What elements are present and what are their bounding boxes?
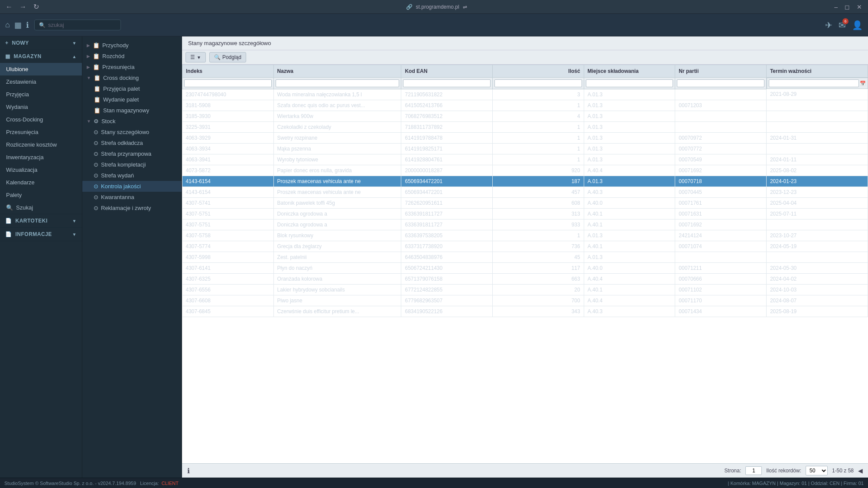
table-row[interactable]: 4307-6141 Płyn do naczyń 6506724211430 1… (182, 262, 868, 273)
tree-item-rozchod[interactable]: ▶ 📋 Rozchód (82, 51, 182, 62)
table-row[interactable]: 4307-6325 Oranżada kolorowa 657137907615… (182, 273, 868, 284)
table-row[interactable]: 4063-3934 Mąka pszenna 6141919825171 1 A… (182, 143, 868, 154)
sidebar-item-cross-docking[interactable]: Cross-Docking (0, 113, 82, 126)
table-row[interactable]: 4143-6154 Proszek maecenas vehicula ante… (182, 176, 868, 187)
sidebar-section-header-magazyn[interactable]: ▦ MAGAZYN ▲ (0, 50, 82, 63)
tree-item-stan-magazynowy[interactable]: 📋 Stan magazynowy (82, 105, 182, 116)
sidebar-item-szukaj[interactable]: 🔍 Szukaj (0, 201, 82, 214)
tree-item-przesunecia[interactable]: ▶ 📋 Przesunięcia (82, 62, 182, 72)
records-select[interactable]: 50 25 100 (806, 466, 828, 475)
sidebar-section-header-kartoteki[interactable]: 📄 KARTOTEKI ▼ (0, 214, 82, 227)
table-row[interactable]: 4307-5758 Blok rysunkowy 6336397538205 1… (182, 230, 868, 241)
calendar-icon[interactable]: 📅 (860, 81, 866, 86)
sidebar-item-przesunecia[interactable]: Przesunięcia (0, 126, 82, 138)
table-row[interactable]: 3185-3930 Wiertarka 900w 7068276983512 4… (182, 111, 868, 121)
tree-item-strefa-odkladcza[interactable]: ⊙ Strefa odkładcza (82, 138, 182, 148)
close-button[interactable]: ✕ (854, 3, 865, 11)
table-row[interactable]: 4063-3929 Swetry rozpinane 6141919788478… (182, 132, 868, 143)
sidebar-item-ulubione[interactable]: Ulubione (0, 63, 82, 75)
tree-item-przychody[interactable]: ▶ 📋 Przychody (82, 40, 182, 51)
layout-icon[interactable]: ▦ (14, 20, 22, 30)
col-termin[interactable]: Termin ważności (766, 65, 868, 78)
table-row[interactable]: 3181-5908 Szafa donec quis odio ac purus… (182, 100, 868, 111)
user-icon[interactable]: 👤 (852, 20, 863, 30)
filter-nazwa[interactable] (276, 79, 400, 87)
filter-termin[interactable] (769, 79, 859, 87)
search-box[interactable]: 🔍 (34, 20, 121, 30)
wydan-label: Strefa wydań (101, 172, 134, 179)
view-button[interactable]: 🔍 Podgląd (209, 52, 246, 62)
cell-partii: 00070772 (675, 143, 767, 154)
sidebar-item-zestawienia[interactable]: Zestawienia (0, 75, 82, 88)
tree-item-strefa-przyrampowa[interactable]: ⊙ Strefa przyrampowa (82, 148, 182, 159)
forward-icon[interactable]: → (17, 2, 29, 12)
filter-partii[interactable] (677, 79, 764, 87)
tree-item-strefa-kompletacji[interactable]: ⊙ Strefa kompletacji (82, 159, 182, 170)
przesunecia-label: Przesunięcia (6, 129, 38, 135)
content-toolbar: ☰ ▼ 🔍 Podgląd (182, 50, 868, 65)
prev-page-icon[interactable]: ◀ (858, 467, 863, 474)
menu-button[interactable]: ☰ ▼ (185, 52, 206, 62)
home-icon[interactable]: ⌂ (5, 20, 10, 29)
tree-item-strefa-wydan[interactable]: ⊙ Strefa wydań (82, 170, 182, 181)
col-nr-partii[interactable]: Nr partii (675, 65, 767, 78)
tree-item-cross-docking[interactable]: ▼ 📋 Cross docking (82, 72, 182, 83)
tree-item-kontrola-jakosci[interactable]: ⊙ Kontrola jakości (82, 181, 182, 192)
table-row[interactable]: 4307-6556 Lakier hybrydowy sobcianails 6… (182, 284, 868, 295)
cross-docking-arrow: ▼ (87, 75, 91, 80)
table-row[interactable]: 4307-5751 Doniczka ogrodowa a 6336391811… (182, 208, 868, 219)
tree-item-przyjecia-palet[interactable]: 📋 Przyjęcia palet (82, 83, 182, 94)
sidebar-section-header-nowy[interactable]: + NOWY ▼ (0, 36, 82, 49)
tree-item-wydanie-palet[interactable]: 📋 Wydanie palet (82, 94, 182, 105)
col-miejsce[interactable]: Miejsce składowania (584, 65, 675, 78)
sidebar-item-kalendarze[interactable]: Kalendarze (0, 176, 82, 189)
sidebar-item-wizualizacja[interactable]: Wizualizacja (0, 164, 82, 176)
filter-miejsce[interactable] (586, 79, 673, 87)
maximize-button[interactable]: ◻ (842, 3, 852, 11)
table-row[interactable]: 4307-5998 Zest. patelnii 6463504838976 4… (182, 252, 868, 262)
page-input[interactable] (745, 466, 762, 475)
sidebar-item-rozliczenie[interactable]: Rozliczenie kosztów (0, 138, 82, 151)
filter-ean[interactable] (403, 79, 491, 87)
table-row[interactable]: 4307-5774 Grecja dla żeglarzy 6337317738… (182, 241, 868, 252)
reload-icon[interactable]: ↻ (31, 2, 41, 12)
minimize-button[interactable]: – (832, 3, 840, 11)
sidebar-item-palety[interactable]: Palety (0, 189, 82, 201)
tree-item-stany-szczegolowo[interactable]: ⊙ Stany szczegółowo (82, 127, 182, 138)
sidebar-item-wydania[interactable]: Wydania (0, 101, 82, 113)
tree-item-stock[interactable]: ▼ ⚙ Stock (82, 116, 182, 127)
info-icon[interactable]: ℹ (26, 20, 29, 30)
notification-icon[interactable]: ✉ 6 (839, 20, 846, 30)
table-row[interactable]: 23074744798040 Woda mineralna nałęczowia… (182, 89, 868, 100)
sidebar-item-przyjecia[interactable]: Przyjęcia (0, 88, 82, 101)
back-icon[interactable]: ← (3, 2, 15, 12)
table-row[interactable]: 4143-6154 Proszek maecenas vehicula ante… (182, 187, 868, 197)
filter-indeks[interactable] (184, 79, 272, 87)
table-row[interactable]: 4063-3941 Wyroby tytoniowe 6141928804761… (182, 154, 868, 165)
license-value[interactable]: CLIENT (162, 481, 179, 486)
col-ilosc[interactable]: Ilość (493, 65, 584, 78)
col-nazwa[interactable]: Nazwa (273, 65, 401, 78)
plane-icon[interactable]: ✈ (825, 20, 832, 30)
table-row[interactable]: 4307-6608 Piwo jasne 6779682963507 700 A… (182, 295, 868, 306)
cell-nazwa: Grecja dla żeglarzy (273, 241, 401, 252)
search-input[interactable] (48, 22, 116, 28)
table-row[interactable]: 4307-6845 Czerwśnie duis efficitur preti… (182, 306, 868, 317)
table-row[interactable]: 3225-3931 Czekoladki z czekolady 7188311… (182, 121, 868, 132)
cell-miejsce: A.40.4 (584, 295, 675, 306)
info-icon-footer[interactable]: ℹ (187, 467, 190, 475)
sidebar-item-inwentaryzacja[interactable]: Inwentaryzacja (0, 151, 82, 164)
tree-item-kwarantanna[interactable]: ⊙ Kwarantanna (82, 192, 182, 203)
cell-miejsce: A.01.3 (584, 121, 675, 132)
col-kod-ean[interactable]: Kod EAN (401, 65, 493, 78)
cell-ean: 6506934472201 (401, 187, 493, 197)
sidebar-section-header-informacje[interactable]: 📄 INFORMACJE ▼ (0, 228, 82, 241)
filter-ilosc[interactable] (494, 79, 582, 87)
stock-label: Stock (101, 118, 116, 124)
tree-item-reklamacje[interactable]: ⊙ Reklamacje i zwroty (82, 203, 182, 213)
cell-partii (675, 252, 767, 262)
col-indeks[interactable]: Indeks (182, 65, 274, 78)
table-row[interactable]: 4073-5872 Papier donec eros nulla, gravi… (182, 165, 868, 176)
table-row[interactable]: 4307-5741 Batonik pawelek toffi 45g 7262… (182, 197, 868, 208)
table-row[interactable]: 4307-5751 Doniczka ogrodowa a 6336391811… (182, 219, 868, 230)
